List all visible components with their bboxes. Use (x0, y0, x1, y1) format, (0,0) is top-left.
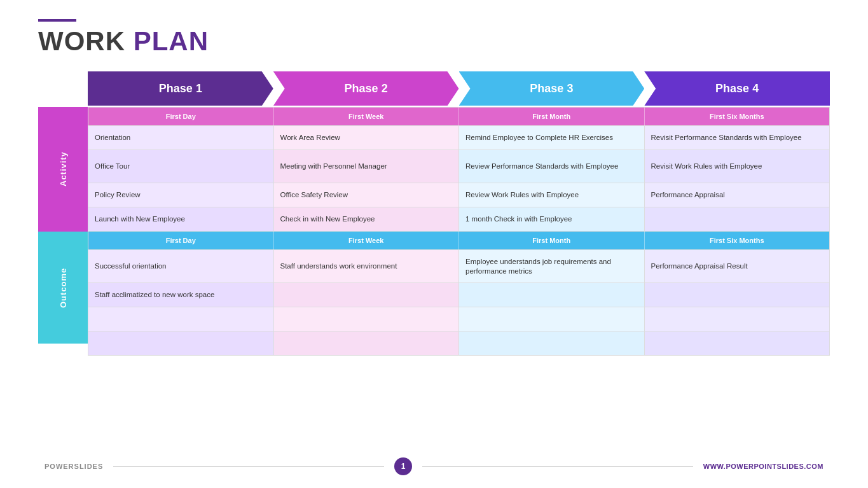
outcome-header-col2: First Week (274, 232, 460, 249)
footer-brand: POWERSLIDES (45, 463, 103, 470)
out-r4-c1 (88, 331, 274, 355)
activity-header-col3: First Month (459, 108, 645, 125)
phase4-label: Phase 4 (715, 82, 759, 95)
act-r1-c3: Remind Employee to Complete HR Exercises (459, 126, 645, 150)
phase-row: Phase 1 Phase 2 Phase 3 Phase 4 (88, 71, 830, 106)
phase1-label: Phase 1 (159, 82, 202, 95)
phase3-label: Phase 3 (530, 82, 573, 95)
out-r3-c4 (645, 307, 830, 331)
phase1-arrow: Phase 1 (88, 71, 273, 106)
footer: POWERSLIDES 1 WWW.POWERPOINTSLIDES.COM (38, 457, 830, 475)
outcome-label: Outcome (38, 232, 88, 344)
page: WORK PLAN Phase 1 Phase 2 Phase 3 Phase … (0, 0, 868, 488)
out-r2-c3 (459, 283, 645, 307)
out-r3-c3 (459, 307, 645, 331)
outcome-data-rows: Successful orientation Staff understands… (88, 249, 829, 355)
table-row (88, 331, 829, 355)
act-r1-c1: Orientation (88, 126, 274, 150)
footer-page-number: 1 (394, 457, 412, 475)
act-r3-c3: Review Work Rules with Employee (459, 183, 645, 207)
act-r4-c2: Check in with New Employee (274, 207, 460, 231)
outcome-header-col3: First Month (459, 232, 645, 249)
activity-header-col4: First Six Months (645, 108, 830, 125)
out-r1-c1: Successful orientation (88, 250, 274, 282)
out-r3-c2 (274, 307, 460, 331)
title-plan: PLAN (134, 26, 209, 56)
grid-area: Activity Outcome First Day First Week Fi… (38, 107, 830, 449)
table-row: Policy Review Office Safety Review Revie… (88, 183, 829, 207)
activity-data-rows: Orientation Work Area Review Remind Empl… (88, 125, 829, 231)
table-row: Successful orientation Staff understands… (88, 249, 829, 282)
out-r3-c1 (88, 307, 274, 331)
out-r1-c3: Employee understands job requirements an… (459, 250, 645, 282)
table-row (88, 307, 829, 331)
table-row: Orientation Work Area Review Remind Empl… (88, 125, 829, 150)
act-r3-c2: Office Safety Review (274, 183, 460, 207)
title-work: WORK (38, 26, 125, 56)
activity-section: First Day First Week First Month First S… (88, 107, 830, 232)
outcome-header-row: First Day First Week First Month First S… (88, 232, 829, 249)
grid-content: First Day First Week First Month First S… (88, 107, 830, 449)
out-r1-c2: Staff understands work environment (274, 250, 460, 282)
act-r4-c4 (645, 207, 830, 231)
out-r2-c2 (274, 283, 460, 307)
outcome-section: First Day First Week First Month First S… (88, 232, 830, 356)
phase3-arrow: Phase 3 (459, 71, 645, 106)
activity-header-col1: First Day (88, 108, 274, 125)
footer-line-left (113, 466, 384, 467)
act-r1-c4: Revisit Performance Standards with Emplo… (645, 126, 830, 150)
phase2-label: Phase 2 (345, 82, 388, 95)
out-r4-c3 (459, 331, 645, 355)
act-r2-c4: Revisit Work Rules with Employee (645, 150, 830, 183)
page-title: WORK PLAN (38, 27, 830, 56)
header-line (38, 19, 76, 22)
table-row: Staff acclimatized to new work space (88, 282, 829, 307)
table-row: Office Tour Meeting with Personnel Manag… (88, 150, 829, 183)
activity-header-row: First Day First Week First Month First S… (88, 108, 829, 125)
outcome-header-col1: First Day (88, 232, 274, 249)
act-r3-c1: Policy Review (88, 183, 274, 207)
activity-header-col2: First Week (274, 108, 460, 125)
act-r2-c3: Review Performance Standards with Employ… (459, 150, 645, 183)
activity-label: Activity (38, 107, 88, 232)
side-label-col: Activity Outcome (38, 107, 88, 449)
act-r2-c1: Office Tour (88, 150, 274, 183)
phase4-arrow: Phase 4 (644, 71, 830, 106)
table-wrapper: Phase 1 Phase 2 Phase 3 Phase 4 Activity… (38, 71, 830, 449)
act-r4-c3: 1 month Check in with Employee (459, 207, 645, 231)
footer-line-right (422, 466, 693, 467)
out-r4-c2 (274, 331, 460, 355)
out-r2-c4 (645, 283, 830, 307)
act-r1-c2: Work Area Review (274, 126, 460, 150)
out-r1-c4: Performance Appraisal Result (645, 250, 830, 282)
act-r3-c4: Performance Appraisal (645, 183, 830, 207)
act-r4-c1: Launch with New Employee (88, 207, 274, 231)
footer-url: WWW.POWERPOINTSLIDES.COM (703, 463, 823, 470)
act-r2-c2: Meeting with Personnel Manager (274, 150, 460, 183)
phase2-arrow: Phase 2 (273, 71, 459, 106)
out-r4-c4 (645, 331, 830, 355)
out-r2-c1: Staff acclimatized to new work space (88, 283, 274, 307)
table-row: Launch with New Employee Check in with N… (88, 207, 829, 231)
outcome-header-col4: First Six Months (645, 232, 830, 249)
